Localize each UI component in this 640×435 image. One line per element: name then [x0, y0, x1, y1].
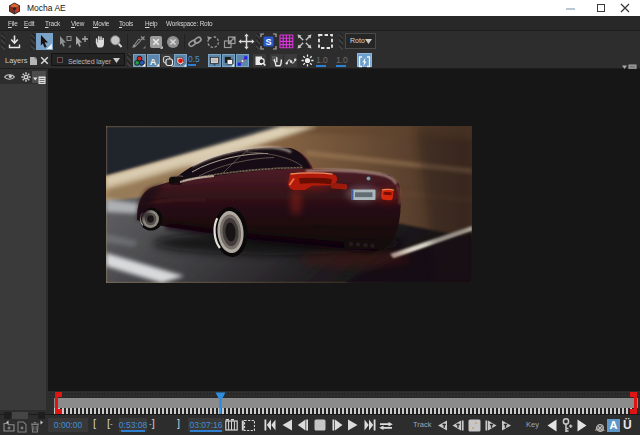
- svg-text:A: A: [150, 56, 157, 66]
- svg-text:S: S: [265, 37, 271, 47]
